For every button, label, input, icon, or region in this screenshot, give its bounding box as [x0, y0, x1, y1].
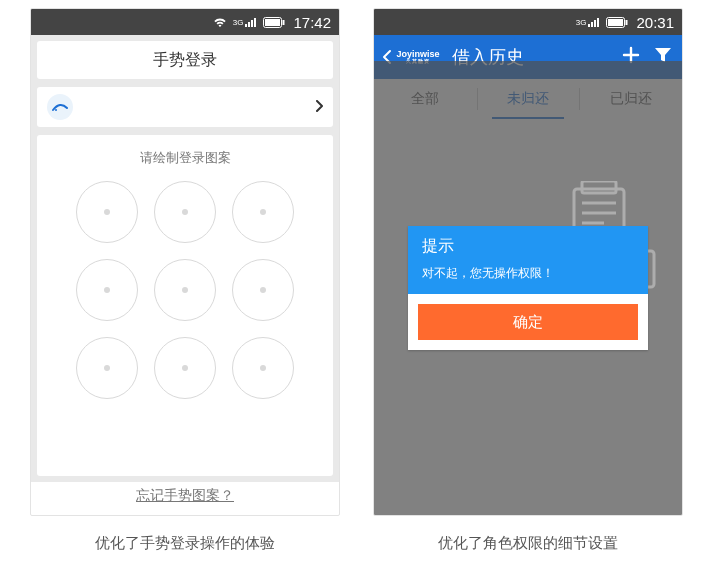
content-area	[374, 119, 682, 515]
svg-rect-1	[248, 22, 250, 27]
pattern-dot[interactable]	[154, 337, 216, 399]
wifi-icon	[213, 17, 227, 28]
caption-right: 优化了角色权限的细节设置	[373, 534, 683, 553]
pattern-grid[interactable]	[76, 181, 294, 399]
pattern-dot[interactable]	[154, 259, 216, 321]
svg-rect-3	[254, 18, 256, 27]
status-bar: 3G 20:31	[374, 9, 682, 35]
filter-button[interactable]	[654, 47, 672, 67]
tab-all[interactable]: 全部	[374, 79, 477, 119]
account-row[interactable]	[37, 87, 333, 127]
svg-rect-14	[626, 20, 628, 25]
tab-unreturned[interactable]: 未归还	[477, 79, 580, 119]
forgot-pattern-text: 忘记手势图案？	[136, 487, 234, 503]
status-time: 20:31	[636, 14, 674, 31]
pattern-dot[interactable]	[76, 181, 138, 243]
brand-logo: Joyinwise 久其融资	[396, 50, 439, 64]
signal-icon: 3G	[576, 17, 601, 27]
svg-rect-0	[245, 24, 247, 27]
pattern-panel: 请绘制登录图案	[37, 135, 333, 476]
app-logo-icon	[47, 94, 73, 120]
pattern-dot[interactable]	[76, 259, 138, 321]
pattern-hint: 请绘制登录图案	[140, 149, 231, 167]
chevron-right-icon	[315, 98, 323, 116]
forgot-pattern-link[interactable]: 忘记手势图案？	[31, 482, 339, 515]
back-button[interactable]: Joyinwise 久其融资	[382, 49, 442, 65]
status-time: 17:42	[293, 14, 331, 31]
svg-rect-8	[588, 24, 590, 27]
battery-icon	[263, 17, 285, 28]
svg-rect-9	[591, 22, 593, 27]
battery-icon	[606, 17, 628, 28]
svg-rect-6	[283, 20, 285, 25]
brand-name: Joyinwise	[396, 49, 439, 59]
page-title-text: 手势登录	[153, 50, 217, 71]
svg-rect-13	[608, 19, 623, 26]
tab-returned[interactable]: 已归还	[579, 79, 682, 119]
tab-label: 全部	[411, 90, 439, 108]
svg-rect-2	[251, 20, 253, 27]
pattern-dot[interactable]	[232, 337, 294, 399]
svg-rect-10	[594, 20, 596, 27]
signal-label: 3G	[233, 18, 244, 27]
brand-subtitle: 久其融资	[396, 59, 439, 64]
pattern-dot[interactable]	[154, 181, 216, 243]
tab-label: 未归还	[507, 90, 549, 108]
add-button[interactable]	[622, 46, 640, 68]
signal-label: 3G	[576, 18, 587, 27]
pattern-dot[interactable]	[232, 259, 294, 321]
pattern-dot[interactable]	[76, 337, 138, 399]
pattern-dot[interactable]	[232, 181, 294, 243]
phone-borrow-history: 3G 20:31 Joyinwise 久其融资 借入历史	[373, 8, 683, 516]
caption-left: 优化了手势登录操作的体验	[30, 534, 340, 553]
app-header: Joyinwise 久其融资 借入历史	[374, 35, 682, 79]
svg-point-7	[55, 109, 57, 111]
signal-icon: 3G	[233, 17, 258, 27]
header-title: 借入历史	[448, 45, 616, 69]
status-bar: 3G 17:42	[31, 9, 339, 35]
phone-gesture-login: 3G 17:42 手势登录 请绘制登录图案	[30, 8, 340, 516]
svg-rect-11	[597, 18, 599, 27]
page-title: 手势登录	[37, 41, 333, 79]
tab-label: 已归还	[610, 90, 652, 108]
svg-rect-5	[265, 19, 280, 26]
tab-bar: 全部 未归还 已归还	[374, 79, 682, 119]
